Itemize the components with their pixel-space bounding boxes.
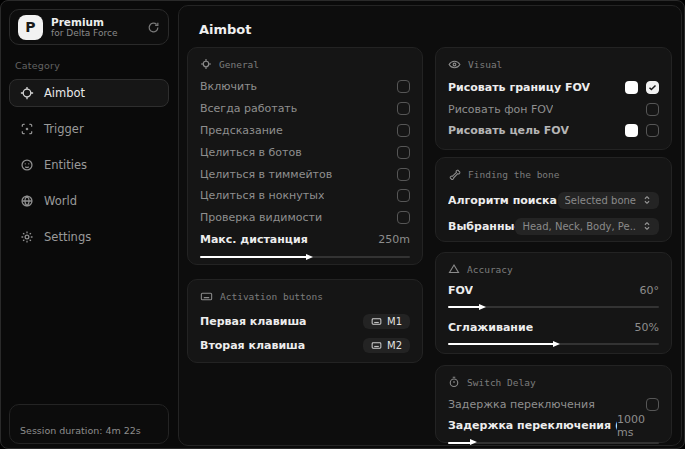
draw-fov-target-checkbox[interactable] <box>646 124 659 137</box>
setting-row: Предсказание <box>200 120 410 142</box>
draw-fov-background-checkbox[interactable] <box>646 103 659 116</box>
slider-row: Сглаживание 50% <box>448 318 659 337</box>
visual-row: Рисовать фон FOV <box>448 99 659 121</box>
selected-value: Head, Neck, Body, Pe.. <box>522 221 636 232</box>
fov-value: 60° <box>640 284 660 297</box>
keyboard-icon <box>371 340 382 351</box>
bone-row: Алгоритм поиска кост Selected bone <box>448 187 659 213</box>
smoothing-label: Сглаживание <box>448 321 533 334</box>
refresh-icon[interactable] <box>147 21 160 34</box>
setting-label: Включить <box>200 80 257 93</box>
main-content: Aimbot General Включить Всегда работать <box>178 5 682 446</box>
eye-icon <box>448 58 461 71</box>
setting-row: Проверка видимости <box>200 207 410 229</box>
selected-bones-select[interactable]: Head, Neck, Body, Pe.. <box>515 218 659 235</box>
page-title: Aimbot <box>199 22 252 37</box>
app-window: P Premium for Delta Force Category Aimbo… <box>0 0 685 449</box>
bone-label: Выбранные кос <box>448 220 515 233</box>
keybind-value: M1 <box>387 316 402 327</box>
panel-header-label: Accuracy <box>467 264 513 275</box>
globe-icon <box>20 194 34 208</box>
slider-row: Задержка переключения (мс) 1000 ms <box>448 416 659 436</box>
trigger-icon <box>20 122 34 136</box>
setting-row: Всегда работать <box>200 98 410 120</box>
triangle-icon <box>448 263 460 275</box>
setting-label: Целиться в ботов <box>200 146 302 159</box>
switch-delay-checkbox[interactable] <box>646 398 659 411</box>
sidebar-item-label: World <box>44 194 77 208</box>
keyboard-icon <box>200 290 213 303</box>
visual-label: Рисовать фон FOV <box>448 103 553 116</box>
visual-row: Рисовать цель FOV <box>448 120 659 142</box>
fov-slider[interactable] <box>448 303 659 310</box>
premium-subtitle: for Delta Force <box>51 28 139 38</box>
keybind-value: M2 <box>387 340 402 351</box>
sidebar-item-settings[interactable]: Settings <box>9 223 169 251</box>
fov-target-color-swatch[interactable] <box>625 124 638 137</box>
unfold-icon <box>642 221 652 231</box>
sidebar-item-label: Trigger <box>44 122 84 136</box>
setting-row: Целиться в тиммейтов <box>200 163 410 185</box>
sidebar: P Premium for Delta Force Category Aimbo… <box>9 9 169 444</box>
setting-label: Целиться в тиммейтов <box>200 168 332 181</box>
bone-icon <box>448 168 461 181</box>
bone-algorithm-select[interactable]: Selected bone <box>558 192 659 209</box>
aim-bots-checkbox[interactable] <box>397 146 410 159</box>
category-label: Category <box>15 60 169 71</box>
sidebar-item-trigger[interactable]: Trigger <box>9 115 169 143</box>
max-distance-value: 250m <box>378 233 410 246</box>
sidebar-item-label: Aimbot <box>44 86 85 100</box>
general-panel: General Включить Всегда работать Предска… <box>187 47 423 265</box>
fov-label: FOV <box>448 284 473 297</box>
smoothing-slider[interactable] <box>448 340 659 347</box>
switch-delay-ms-value: 1000 ms <box>617 413 659 439</box>
premium-box: P Premium for Delta Force <box>9 9 169 45</box>
aim-teammates-checkbox[interactable] <box>397 168 410 181</box>
always-work-checkbox[interactable] <box>397 102 410 115</box>
check-icon <box>648 83 657 92</box>
visibility-check-checkbox[interactable] <box>397 211 410 224</box>
draw-fov-border-checkbox[interactable] <box>646 81 659 94</box>
premium-title: Premium <box>51 16 139 28</box>
keybind-row: Первая клавиша M1 <box>200 309 410 333</box>
session-duration-label: Session duration: 4m 22s <box>20 425 141 436</box>
visual-row: Рисовать границу FOV <box>448 77 659 99</box>
gear-icon <box>20 230 34 244</box>
second-key-button[interactable]: M2 <box>363 338 410 353</box>
panel-header-label: Switch Delay <box>467 377 536 388</box>
panel-header-label: Activation buttons <box>220 291 323 302</box>
prediction-checkbox[interactable] <box>397 124 410 137</box>
crosshair-icon <box>20 86 34 100</box>
enable-checkbox[interactable] <box>397 80 410 93</box>
app-logo: P <box>18 15 43 40</box>
fov-border-color-swatch[interactable] <box>625 81 638 94</box>
setting-row: Целиться в ботов <box>200 141 410 163</box>
panel-header-label: General <box>219 59 259 70</box>
activation-buttons-panel: Activation buttons Первая клавиша M1 Вто… <box>187 279 423 363</box>
setting-label: Целиться в нокнутых <box>200 189 324 202</box>
slider-row: FOV 60° <box>448 281 659 300</box>
finding-bone-panel: Finding the bone Алгоритм поиска кост Se… <box>435 157 672 242</box>
panel-header-label: Finding the bone <box>468 169 560 180</box>
bone-label: Алгоритм поиска кост <box>448 194 558 207</box>
sidebar-item-aimbot[interactable]: Aimbot <box>9 79 169 107</box>
max-distance-slider[interactable] <box>200 253 410 260</box>
aim-knocked-checkbox[interactable] <box>397 189 410 202</box>
first-key-button[interactable]: M1 <box>363 314 410 329</box>
sidebar-item-label: Entities <box>44 158 87 172</box>
setting-label: Всегда работать <box>200 102 297 115</box>
entities-icon <box>20 158 34 172</box>
sidebar-item-entities[interactable]: Entities <box>9 151 169 179</box>
sidebar-item-world[interactable]: World <box>9 187 169 215</box>
switch-delay-panel: Switch Delay Задержка переключения Задер… <box>435 365 672 443</box>
target-icon <box>200 58 212 70</box>
setting-label: Макс. дистанция <box>200 233 308 246</box>
setting-row: Макс. дистанция 250m <box>200 229 410 251</box>
setting-row: Включить <box>200 76 410 98</box>
visual-panel: Visual Рисовать границу FOV Рисовать фон… <box>435 47 672 150</box>
switch-delay-slider[interactable] <box>448 439 659 446</box>
smoothing-value: 50% <box>635 321 659 334</box>
unfold-icon <box>642 195 652 205</box>
switch-delay-label: Задержка переключения <box>448 398 595 411</box>
session-duration-box: Session duration: 4m 22s <box>9 404 169 444</box>
